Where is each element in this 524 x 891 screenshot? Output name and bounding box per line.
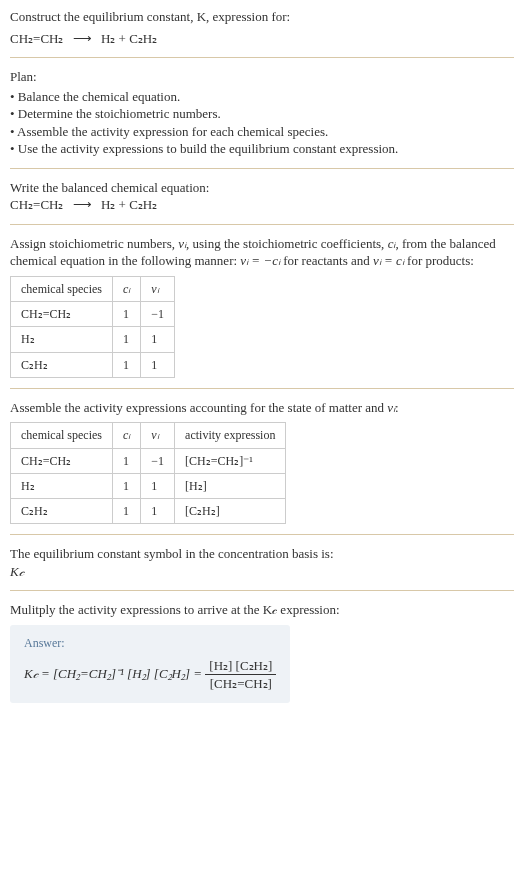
cell: 1 xyxy=(112,473,140,498)
plan-section: Plan: Balance the chemical equation. Det… xyxy=(10,68,514,158)
stoich-section: Assign stoichiometric numbers, νᵢ, using… xyxy=(10,235,514,378)
divider xyxy=(10,57,514,58)
answer-fraction: [H₂] [C₂H₂] [CH₂=CH₂] xyxy=(205,657,276,693)
table-header-row: chemical species cᵢ νᵢ activity expressi… xyxy=(11,423,286,448)
stoich-table: chemical species cᵢ νᵢ CH₂=CH₂ 1 −1 H₂ 1… xyxy=(10,276,175,378)
table-row: H₂ 1 1 xyxy=(11,327,175,352)
table-row: C₂H₂ 1 1 [C₂H₂] xyxy=(11,498,286,523)
stoich-text: Assign stoichiometric numbers, xyxy=(10,236,178,251)
cell: −1 xyxy=(141,448,175,473)
divider xyxy=(10,534,514,535)
col-ci: cᵢ xyxy=(112,277,140,302)
table-row: CH₂=CH₂ 1 −1 xyxy=(11,302,175,327)
col-nui: νᵢ xyxy=(141,277,175,302)
title-reaction: CH₂=CH₂ ⟶ H₂ + C₂H₂ xyxy=(10,30,514,48)
cell: H₂ xyxy=(11,327,113,352)
stoich-text: , using the stoichiometric coefficients, xyxy=(186,236,388,251)
col-nui: νᵢ xyxy=(141,423,175,448)
stoich-text: for reactants and xyxy=(280,253,373,268)
cell: CH₂=CH₂ xyxy=(11,448,113,473)
title-text: Construct the equilibrium constant, K, e… xyxy=(10,9,290,24)
multiply-section: Mulitply the activity expressions to arr… xyxy=(10,601,514,703)
cell: 1 xyxy=(141,352,175,377)
cell: C₂H₂ xyxy=(11,498,113,523)
plan-item: Assemble the activity expression for eac… xyxy=(10,123,514,141)
cell: 1 xyxy=(112,498,140,523)
cell: [CH₂=CH₂]⁻¹ xyxy=(175,448,286,473)
cell: 1 xyxy=(112,302,140,327)
plus: + xyxy=(119,31,126,46)
cell: 1 xyxy=(141,498,175,523)
frac-numerator: [H₂] [C₂H₂] xyxy=(205,657,276,676)
kc-symbol-section: The equilibrium constant symbol in the c… xyxy=(10,545,514,580)
balanced-reaction: CH₂=CH₂ ⟶ H₂ + C₂H₂ xyxy=(10,196,514,214)
cell: [C₂H₂] xyxy=(175,498,286,523)
reactant: CH₂=CH₂ xyxy=(10,31,63,46)
table-row: C₂H₂ 1 1 xyxy=(11,352,175,377)
cell: −1 xyxy=(141,302,175,327)
reactant: CH₂=CH₂ xyxy=(10,197,63,212)
product2: C₂H₂ xyxy=(129,31,157,46)
answer-label: Answer: xyxy=(24,635,276,651)
answer-box: Answer: K𝒸 = [CH₂=CH₂]⁻¹ [H₂] [C₂H₂] = [… xyxy=(10,625,290,703)
kc-symbol: K𝒸 xyxy=(10,563,514,581)
title-section: Construct the equilibrium constant, K, e… xyxy=(10,8,514,26)
arrow-icon: ⟶ xyxy=(73,196,92,214)
activity-table: chemical species cᵢ νᵢ activity expressi… xyxy=(10,422,286,524)
divider xyxy=(10,590,514,591)
balanced-section: Write the balanced chemical equation: CH… xyxy=(10,179,514,214)
multiply-heading: Mulitply the activity expressions to arr… xyxy=(10,601,514,619)
divider xyxy=(10,388,514,389)
col-activity: activity expression xyxy=(175,423,286,448)
activity-section: Assemble the activity expressions accoun… xyxy=(10,399,514,524)
cell: 1 xyxy=(141,473,175,498)
nu-eq-c: νᵢ = cᵢ xyxy=(373,253,404,268)
table-header-row: chemical species cᵢ νᵢ xyxy=(11,277,175,302)
product1: H₂ xyxy=(101,197,115,212)
nu-eq-negc: νᵢ = −cᵢ xyxy=(240,253,280,268)
balanced-heading: Write the balanced chemical equation: xyxy=(10,179,514,197)
table-row: CH₂=CH₂ 1 −1 [CH₂=CH₂]⁻¹ xyxy=(11,448,286,473)
product1: H₂ xyxy=(101,31,115,46)
cell: H₂ xyxy=(11,473,113,498)
divider xyxy=(10,224,514,225)
plan-heading: Plan: xyxy=(10,68,514,86)
nu-i: νᵢ xyxy=(178,236,186,251)
answer-lhs: K𝒸 = [CH₂=CH₂]⁻¹ [H₂] [C₂H₂] = xyxy=(24,666,205,681)
cell: 1 xyxy=(112,448,140,473)
plan-item: Use the activity expressions to build th… xyxy=(10,140,514,158)
cell: 1 xyxy=(141,327,175,352)
cell: [H₂] xyxy=(175,473,286,498)
frac-denominator: [CH₂=CH₂] xyxy=(205,675,276,693)
divider xyxy=(10,168,514,169)
cell: 1 xyxy=(112,352,140,377)
answer-expression: K𝒸 = [CH₂=CH₂]⁻¹ [H₂] [C₂H₂] = [H₂] [C₂H… xyxy=(24,657,276,693)
cell: 1 xyxy=(112,327,140,352)
table-row: H₂ 1 1 [H₂] xyxy=(11,473,286,498)
cell: CH₂=CH₂ xyxy=(11,302,113,327)
activity-heading: Assemble the activity expressions accoun… xyxy=(10,400,387,415)
plan-item: Determine the stoichiometric numbers. xyxy=(10,105,514,123)
plan-list: Balance the chemical equation. Determine… xyxy=(10,88,514,158)
cell: C₂H₂ xyxy=(11,352,113,377)
plan-item: Balance the chemical equation. xyxy=(10,88,514,106)
col-ci: cᵢ xyxy=(112,423,140,448)
col-species: chemical species xyxy=(11,423,113,448)
nu-i: νᵢ xyxy=(387,400,395,415)
stoich-text: for products: xyxy=(404,253,474,268)
arrow-icon: ⟶ xyxy=(73,30,92,48)
kc-text: The equilibrium constant symbol in the c… xyxy=(10,545,514,563)
col-species: chemical species xyxy=(11,277,113,302)
plus: + xyxy=(119,197,126,212)
activity-heading-suffix: : xyxy=(395,400,399,415)
product2: C₂H₂ xyxy=(129,197,157,212)
